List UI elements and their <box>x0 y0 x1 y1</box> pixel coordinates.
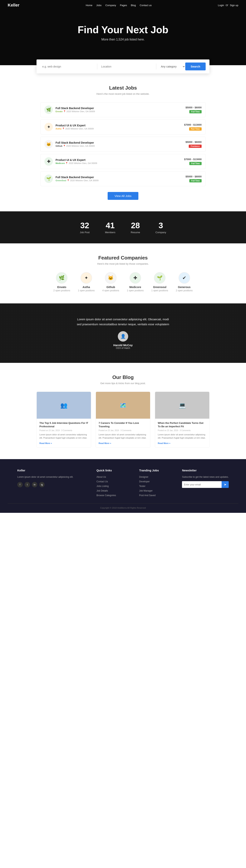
latest-jobs-title: Latest Jobs <box>8 85 238 91</box>
job-item[interactable]: 🌿 Full Stack Backend Developer Envato 📍 … <box>40 102 206 117</box>
quicklink-item[interactable]: About Us <box>97 475 116 479</box>
companies-grid: 🌿 Envato 2 open positions ✦ Astha 1 open… <box>36 272 210 292</box>
testimonial-quote: Lorem ipsum dolor sit amet consectetur a… <box>75 317 171 327</box>
company-name: Generous <box>176 285 193 289</box>
company-positions: 1 open positions <box>78 289 94 292</box>
job-item[interactable]: ✚ Product UI & UX Expert Medicore 📍 2020… <box>40 154 206 169</box>
blog-meta: Posted on 23 Jan, 2019 · 3 Comments <box>39 429 88 432</box>
latest-jobs-section: Latest Jobs Here's the most recent job l… <box>0 73 246 211</box>
job-left: ✦ Product UI & UX Expert Astha 📍 2020 Wi… <box>45 123 94 131</box>
footer-social: ftinig <box>17 482 73 487</box>
social-icon[interactable]: t <box>25 482 30 487</box>
trending-link-item[interactable]: Tester <box>139 484 159 489</box>
quicklink-item[interactable]: Job Details <box>97 489 116 493</box>
blog-image: 🗺️ <box>96 392 150 418</box>
blog-title: The Top 5 Job Interview Questions For IT… <box>39 421 88 428</box>
stat-label: Company <box>156 231 166 234</box>
quicklink-item[interactable]: Browse Categories <box>97 493 116 498</box>
keyword-input[interactable] <box>40 64 95 69</box>
nav-contact[interactable]: Contact us <box>140 4 152 7</box>
job-badge: Full Time <box>189 162 201 165</box>
company-positions: 1 open positions <box>151 289 168 292</box>
blog-excerpt: Lorem ipsum dolor sit amet consectetur a… <box>99 433 147 439</box>
latest-jobs-subtitle: Here's the most recent job listed on the… <box>8 92 238 95</box>
job-salary: $7000 - $13000 <box>184 158 201 161</box>
footer-newsletter-title: Newsletter <box>182 469 229 472</box>
company-name: Medicore <box>56 162 65 164</box>
blog-image: 👥 <box>37 392 91 418</box>
nav-home[interactable]: Home <box>86 4 92 7</box>
social-icon[interactable]: f <box>17 482 23 487</box>
newsletter-input[interactable] <box>182 481 222 488</box>
job-badge: Part Time <box>189 127 201 131</box>
footer-trending-col: Tranding Jobs DesignerDeveloperTesterJob… <box>139 469 159 498</box>
job-location: 📍 2020 Wilshire Glen, GA 30009 <box>67 179 99 182</box>
blog-body: The Top 5 Job Interview Questions For IT… <box>37 418 91 447</box>
company-name: Github <box>56 145 62 147</box>
company-name: Github <box>103 285 119 289</box>
job-right: $7000 - $13000 Full Time <box>184 158 201 165</box>
company-name: Astha <box>56 127 61 130</box>
category-select[interactable]: Any category IT & Technology Design Mark… <box>158 64 185 69</box>
footer-newsletter-col: Newsletter Subscribe to get the latest n… <box>182 469 229 498</box>
signup-link[interactable]: Sign up <box>230 4 238 7</box>
blog-excerpt: Lorem ipsum dolor sit amet consectetur a… <box>158 433 207 439</box>
nav-blog[interactable]: Blog <box>131 4 136 7</box>
job-left: 🐱 Full Stack Backend Developer Github 📍 … <box>45 140 95 149</box>
company-positions: 1 open positions <box>127 289 143 292</box>
social-icon[interactable]: ig <box>39 482 45 487</box>
job-item[interactable]: ✦ Product UI & UX Expert Astha 📍 2020 Wi… <box>40 120 206 134</box>
blog-title: Our Blog <box>8 374 238 380</box>
company-card[interactable]: ✚ Medicore 1 open positions <box>127 272 143 292</box>
company-card[interactable]: 🌿 Envato 2 open positions <box>53 272 70 292</box>
job-location: 📍 2020 Wilshire Glen, GA 30009 <box>62 127 94 130</box>
nav-pages[interactable]: Pages <box>120 4 127 7</box>
job-right: $5000 - $8000 Full Time <box>186 175 201 182</box>
nav-company[interactable]: Company <box>105 4 116 7</box>
trending-link-item[interactable]: Job Manager <box>139 489 159 493</box>
company-icon: ✚ <box>130 272 141 284</box>
read-more-link[interactable]: Read More » <box>39 442 52 444</box>
quicklink-item[interactable]: Contact Us <box>97 479 116 484</box>
job-item[interactable]: 🐱 Full Stack Backend Developer Github 📍 … <box>40 137 206 152</box>
hero-content: Find Your Next Job More then 1,524 job l… <box>78 24 168 41</box>
footer-grid: Keller Lorem ipsum dolor sit amet consec… <box>17 469 229 498</box>
stat-item: 41 Members <box>105 221 115 234</box>
blog-card: 💻 When the Perfect Candidate Turns Out T… <box>155 392 210 447</box>
read-more-link[interactable]: Read More » <box>99 442 111 444</box>
company-card[interactable]: ✔ Generous 2 open positions <box>176 272 193 292</box>
job-location: 📍 2020 Wilshire Glen, GA 30009 <box>65 162 97 164</box>
company-logo: 🌿 <box>45 105 53 114</box>
job-right: $5000 - $6000 Freelance <box>186 141 201 148</box>
location-input[interactable] <box>99 64 154 69</box>
company-card[interactable]: ✦ Astha 1 open positions <box>78 272 94 292</box>
company-logo: 🐱 <box>45 140 53 149</box>
search-button[interactable]: Search <box>185 63 206 70</box>
nav-auth: Login or Sign up <box>218 3 238 7</box>
newsletter-submit[interactable]: ➤ <box>222 481 229 488</box>
job-salary: $5000 - $6000 <box>186 141 201 144</box>
trending-link-item[interactable]: Post And Saved <box>139 493 159 498</box>
login-link[interactable]: Login <box>218 4 224 7</box>
trending-link-item[interactable]: Developer <box>139 479 159 484</box>
footer-copyright: Copyright © 2018 HoldItems All Rights Re… <box>8 503 238 509</box>
nav-jobs[interactable]: Jobs <box>96 4 102 7</box>
social-icon[interactable]: in <box>32 482 37 487</box>
read-more-link[interactable]: Read More » <box>158 442 170 444</box>
company-card[interactable]: 🐱 Github 4 open positions <box>103 272 119 292</box>
company-card[interactable]: 🌱 Greensoul 1 open positions <box>151 272 168 292</box>
featured-companies-subtitle: Here's the most job listed by those comp… <box>8 262 238 265</box>
view-all-button[interactable]: View All Jobs <box>108 192 138 200</box>
stat-item: 32 Job Post <box>80 221 90 234</box>
trending-link-item[interactable]: Designer <box>139 475 159 479</box>
quicklink-item[interactable]: Jobs Listing <box>97 484 116 489</box>
footer-newsletter-form: ➤ <box>182 481 229 488</box>
company-icon: ✦ <box>81 272 92 284</box>
job-item[interactable]: 🌱 Full Stack Backend Developer GreenSoul… <box>40 171 206 186</box>
testimonial-role: CEO of Hatch <box>8 347 238 349</box>
footer-newsletter-desc: Subscribe to get the latest news and upd… <box>182 475 229 479</box>
company-logo: 🌱 <box>45 175 53 183</box>
stat-item: 28 Resume <box>131 221 140 234</box>
company-name: Envato <box>53 285 70 289</box>
stat-label: Job Post <box>80 231 90 234</box>
